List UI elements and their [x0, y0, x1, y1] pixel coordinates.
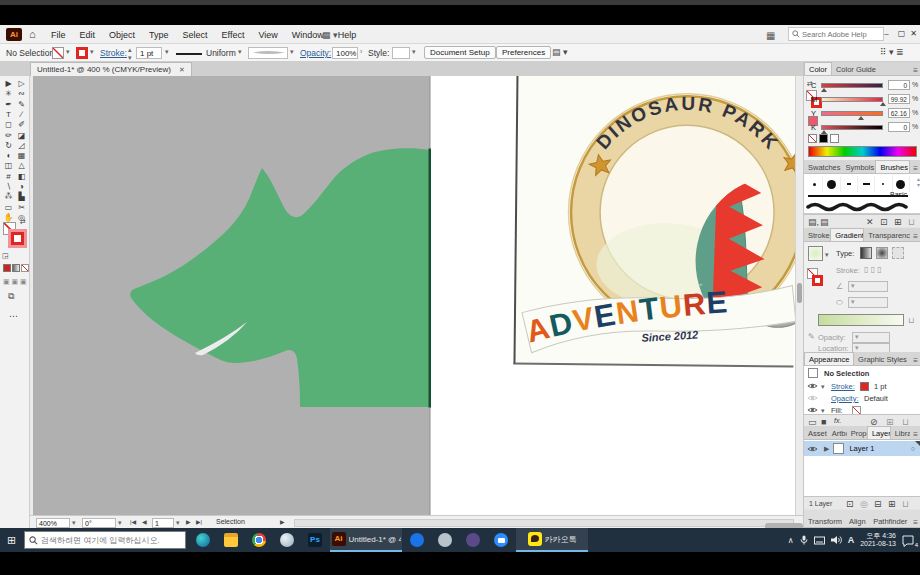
appearance-no-selection-row[interactable]: No Selection: [804, 367, 920, 379]
color-mode-icon[interactable]: [3, 264, 11, 272]
radial-gradient-icon[interactable]: [876, 247, 888, 259]
width-profile-dropdown-icon[interactable]: ▾: [290, 48, 294, 56]
gradient-tab-stroke[interactable]: Stroke: [804, 229, 830, 241]
taskbar-app-chrome[interactable]: [246, 528, 272, 552]
slider-marker[interactable]: [821, 88, 827, 92]
fill-color-swatch[interactable]: [52, 47, 64, 59]
taskbar-app-app-silver[interactable]: [274, 528, 300, 552]
artboard-nav-dropdown-icon[interactable]: ▾: [176, 519, 180, 527]
add-effect-icon[interactable]: fx.: [834, 417, 841, 424]
free-transform-tool[interactable]: ▦: [15, 151, 28, 161]
taskbar-app-kakaotalk[interactable]: 카카오톡: [516, 528, 588, 552]
slider-marker[interactable]: [858, 116, 864, 120]
direct-selection-tool[interactable]: ▷: [15, 79, 28, 89]
color-tab-color-guide[interactable]: Color Guide: [832, 63, 880, 75]
screen-mode-icon[interactable]: ⧉: [8, 292, 14, 301]
preferences-button[interactable]: Preferences: [496, 46, 551, 59]
line-segment-tool[interactable]: ∕: [15, 110, 28, 120]
menu-view[interactable]: View: [251, 30, 284, 40]
layers-tab-artbo[interactable]: Artbo: [828, 427, 847, 439]
brush-item-dash-5[interactable]: [858, 176, 875, 192]
minimize-button[interactable]: –: [880, 27, 893, 41]
layers-tab-layers[interactable]: Layers: [867, 426, 891, 439]
layer-visibility-icon[interactable]: [807, 445, 818, 453]
artboard-nav-value[interactable]: 1: [152, 518, 174, 528]
menu-file[interactable]: File: [44, 30, 73, 40]
gradient-panel-menu-icon[interactable]: ≡: [910, 232, 920, 241]
width-tool[interactable]: ◖: [2, 151, 15, 161]
stroke-stepper-icon[interactable]: ▴▾: [128, 46, 132, 62]
column-graph-tool[interactable]: ▙: [15, 192, 28, 202]
slider-marker[interactable]: [880, 102, 886, 106]
style-box[interactable]: [392, 47, 410, 59]
help-search-box[interactable]: [788, 27, 884, 41]
stroke-weight-label[interactable]: Stroke:: [100, 48, 127, 58]
delete-brush-icon[interactable]: ⊔: [908, 218, 915, 227]
black-swatch[interactable]: [819, 134, 828, 143]
appearance-opacity-row[interactable]: Opacity: Default: [804, 392, 920, 404]
selection-tool[interactable]: ▶: [2, 79, 15, 89]
arrange-documents-icon[interactable]: ⠿ ▾ ≣: [880, 48, 904, 57]
delete-layer-icon[interactable]: ⊔: [902, 500, 909, 509]
menu-type[interactable]: Type: [142, 30, 176, 40]
variable-width-value[interactable]: Uniform: [206, 48, 236, 58]
brush-item-dash-2[interactable]: [841, 176, 858, 192]
type-tool[interactable]: T: [2, 110, 15, 120]
close-button[interactable]: ✕: [907, 27, 920, 41]
brushes-panel-menu-icon[interactable]: ≡: [910, 164, 920, 173]
workspace-switcher-icon[interactable]: ▦ ▾: [322, 30, 338, 40]
layer-row[interactable]: ▶ Layer 1 ○: [804, 441, 920, 456]
variable-width-dropdown-icon[interactable]: ▾: [238, 48, 242, 56]
reference-image[interactable]: DINOSAUR PARK ADVENTURE Since 2012: [513, 76, 795, 367]
align-options-icon[interactable]: ▤ ▾: [552, 48, 568, 57]
menu-select[interactable]: Select: [176, 30, 215, 40]
menu-edit[interactable]: Edit: [73, 30, 103, 40]
magic-wand-tool[interactable]: ✳: [2, 89, 15, 99]
eyedropper-tool[interactable]: ∖: [2, 182, 15, 192]
toolbar-stroke-swatch[interactable]: [11, 232, 24, 245]
lasso-tool[interactable]: ∾: [15, 89, 28, 99]
none-swatch[interactable]: [808, 134, 817, 143]
channel-slider[interactable]: [821, 83, 883, 88]
stroke-expand-icon[interactable]: ▾: [821, 383, 825, 391]
first-artboard-icon[interactable]: |◀: [130, 519, 136, 525]
color-tab-color[interactable]: Color: [804, 62, 832, 75]
freeform-gradient-icon[interactable]: [892, 247, 904, 259]
make-clipping-mask-icon[interactable]: ⊡: [846, 500, 854, 509]
dock-bottom-tab-transform[interactable]: Transform: [804, 515, 845, 527]
brush-item-dot-9[interactable]: [823, 176, 840, 192]
channel-value[interactable]: 0: [888, 80, 910, 90]
brushes-tab-brushes[interactable]: Brushes: [875, 160, 910, 173]
document-tab-close-icon[interactable]: ✕: [179, 66, 185, 74]
taskbar-app-illustrator[interactable]: AiUntitled-1* @ 400...: [330, 528, 402, 552]
channel-value[interactable]: 99.92: [888, 94, 910, 104]
layer-thumbnail[interactable]: [833, 443, 844, 454]
gradient-thumb-dropdown-icon[interactable]: ▾: [825, 251, 829, 259]
scale-tool[interactable]: ◿: [15, 141, 28, 151]
apps-grid-icon[interactable]: ▦: [766, 30, 775, 41]
layer-expand-icon[interactable]: ▶: [824, 445, 829, 453]
curvature-tool[interactable]: ✎: [15, 100, 28, 110]
horizontal-scrollbar[interactable]: [294, 519, 794, 527]
channel-value[interactable]: 0: [888, 122, 910, 132]
zoom-tool[interactable]: ◎: [15, 213, 28, 223]
white-swatch[interactable]: [830, 134, 839, 143]
gradient-eyedropper-icon[interactable]: ✎: [808, 332, 815, 341]
taskbar-app-zoom[interactable]: [488, 528, 514, 552]
next-artboard-icon[interactable]: ▶: [186, 519, 191, 525]
dock-bottom-panel-menu-icon[interactable]: ≡: [910, 518, 920, 527]
appearance-tab-graphic-styles[interactable]: Graphic Styles: [854, 353, 910, 365]
charcoal-brush-preview[interactable]: [806, 202, 910, 212]
vertical-scrollbar[interactable]: [795, 76, 803, 515]
rotate-tool[interactable]: ↻: [2, 141, 15, 151]
status-expand-icon[interactable]: ▶: [280, 519, 285, 525]
visibility-eye-icon[interactable]: [807, 394, 818, 402]
start-button-icon[interactable]: ⊞: [7, 534, 16, 547]
appearance-stroke-row[interactable]: ▾ Stroke: 1 pt: [804, 380, 920, 392]
color-panel-menu-icon[interactable]: ≡: [910, 66, 920, 75]
brush-libraries-icon[interactable]: ▤,: [808, 218, 819, 227]
appearance-panel-menu-icon[interactable]: ≡: [910, 356, 920, 365]
taskbar-search-input[interactable]: [38, 535, 178, 546]
new-sublayer-icon[interactable]: ⊟: [874, 500, 882, 509]
rectangle-tool[interactable]: ◻: [2, 120, 15, 130]
